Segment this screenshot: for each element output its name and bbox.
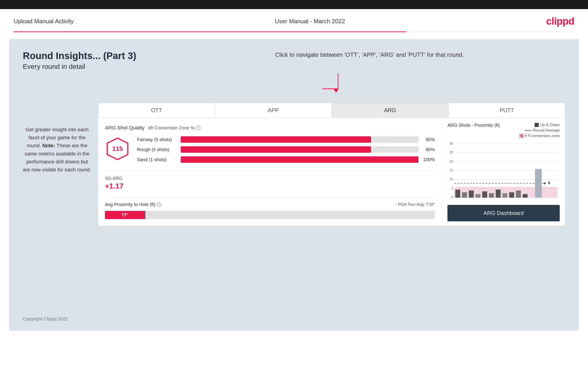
legend-conversion-zone: 6 ft conversion zone: [519, 133, 560, 138]
bar-4: [476, 194, 481, 198]
svg-text:8: 8: [548, 181, 550, 185]
bar-label-rough: Rough (5 shots): [137, 147, 178, 152]
chart-header: ARG Shots - Proximity (ft) Up & Down Rou…: [448, 123, 560, 138]
arg-dashboard-button[interactable]: ARG Dashboard: [448, 205, 560, 221]
svg-text:5: 5: [451, 187, 453, 190]
main-content: Round Insights... (Part 3) Every round i…: [9, 39, 579, 331]
bar-track-rough: [181, 146, 418, 153]
svg-text:20: 20: [450, 160, 453, 163]
bar-fill-rough: [181, 146, 371, 153]
bar-12-tall: [535, 169, 542, 198]
bar-7: [496, 190, 501, 198]
proximity-header: Avg Proximity to Hole (ft) ? ↑ PGA Tour …: [105, 202, 435, 207]
svg-text:30: 30: [450, 142, 453, 145]
bar-pct-fairway: 80%: [421, 137, 435, 142]
bar-row-sand: Sand (1 shots) 100%: [137, 156, 435, 163]
top-bar: [0, 0, 588, 9]
bar-5: [482, 192, 487, 198]
proximity-title: Avg Proximity to Hole (ft) ?: [105, 202, 161, 207]
svg-text:0: 0: [451, 196, 453, 199]
tabs-container: OTT APP ARG PUTT: [98, 103, 565, 118]
conversion-label: 6ft Conversion Zone % ?: [148, 125, 200, 131]
panel-header: ARG Shot Quality 6ft Conversion Zone % ?: [105, 125, 435, 131]
bar-6: [489, 193, 494, 198]
header-divider: [14, 32, 574, 32]
tab-arg[interactable]: ARG: [332, 103, 449, 118]
bar-2: [462, 192, 467, 198]
clippd-logo: clippd: [546, 16, 574, 27]
chart-title: ARG Shots - Proximity (ft): [448, 123, 500, 128]
hexagon-bars-container: 115 Fairway (5 shots) 80%: [105, 136, 435, 167]
proximity-help-icon[interactable]: ?: [157, 202, 161, 207]
right-panel: ARG Shots - Proximity (ft) Up & Down Rou…: [442, 118, 565, 226]
bar-track-sand: [181, 156, 418, 163]
bar-fill-fairway: [181, 136, 371, 143]
legend-round-avg: Round Average: [525, 128, 560, 133]
left-panel-title: ARG Shot Quality: [105, 125, 145, 131]
legend-round-avg-line: [525, 130, 532, 131]
bar-fill-sand: [181, 156, 418, 163]
manual-date-label: User Manual - March 2022: [275, 18, 345, 25]
bar-3: [469, 191, 474, 198]
tab-ott[interactable]: OTT: [98, 103, 215, 118]
shot-quality-bars: Fairway (5 shots) 80% Rough (5 shots): [137, 136, 435, 167]
arrow-container: [311, 73, 338, 93]
proximity-bar-fill: 77': [105, 211, 145, 219]
bar-1: [455, 190, 460, 198]
hex-score-value: 115: [112, 145, 123, 152]
bar-9: [509, 192, 514, 198]
header: Upload Manual Activity User Manual - Mar…: [0, 9, 588, 32]
proximity-cursor: [145, 211, 145, 219]
svg-text:15: 15: [450, 169, 453, 172]
legend-round-avg-label: Round Average: [533, 128, 560, 133]
bar-row-rough: Rough (5 shots) 80%: [137, 146, 435, 153]
round-avg-arrow: [544, 182, 546, 185]
footer: Copyright Clippd 2021: [23, 317, 68, 322]
help-icon[interactable]: ?: [196, 125, 200, 130]
bar-row-fairway: Fairway (5 shots) 80%: [137, 136, 435, 143]
proximity-bar-track: 77': [105, 211, 435, 219]
legend-updown-label: Up & Down: [540, 123, 560, 127]
legend-updown-box: [535, 123, 539, 127]
left-desc-text: Get greater insight into each facet of y…: [23, 127, 91, 173]
main-card: OTT APP ARG PUTT ARG Shot Quality 6ft Co…: [98, 103, 565, 226]
bar-pct-rough: 80%: [421, 147, 435, 152]
bar-label-fairway: Fairway (5 shots): [137, 137, 178, 142]
proximity-bar-value: 77': [122, 212, 128, 218]
proximity-section: Avg Proximity to Hole (ft) ? ↑ PGA Tour …: [105, 197, 435, 219]
upload-manual-label[interactable]: Upload Manual Activity: [14, 18, 74, 25]
bar-label-sand: Sand (1 shots): [137, 157, 178, 162]
left-description: Get greater insight into each facet of y…: [23, 125, 91, 174]
chart-legend: Up & Down Round Average 6 ft conversion …: [519, 123, 560, 138]
chart-svg: 0 5 10 15 20 25 30: [448, 142, 560, 201]
sg-section: SG ARG +1.17: [105, 171, 435, 190]
hex-score: 115: [105, 136, 130, 161]
bar-track-fairway: [181, 136, 418, 143]
nav-note: Click to navigate between 'OTT', 'APP', …: [275, 50, 464, 59]
svg-text:10: 10: [450, 178, 453, 181]
page-subtitle: Every round in detail: [23, 63, 565, 70]
pga-avg: ↑ PGA Tour Avg: 7'10": [395, 202, 435, 207]
legend-conversion-box: [519, 134, 524, 138]
bar-11: [523, 194, 528, 198]
svg-text:25: 25: [450, 151, 453, 154]
tab-putt[interactable]: PUTT: [448, 103, 565, 118]
tab-app[interactable]: APP: [215, 103, 332, 118]
chart-area: 0 5 10 15 20 25 30: [448, 142, 560, 203]
left-panel: ARG Shot Quality 6ft Conversion Zone % ?…: [98, 118, 442, 226]
card-body: ARG Shot Quality 6ft Conversion Zone % ?…: [98, 118, 565, 226]
bar-pct-sand: 100%: [421, 157, 435, 162]
bar-8: [502, 193, 508, 198]
bar-10: [516, 191, 521, 198]
legend-updown: Up & Down: [535, 123, 560, 127]
legend-conversion-label: 6 ft conversion zone: [525, 133, 560, 138]
sg-value: +1.17: [105, 182, 435, 190]
sg-label: SG ARG: [105, 176, 435, 181]
